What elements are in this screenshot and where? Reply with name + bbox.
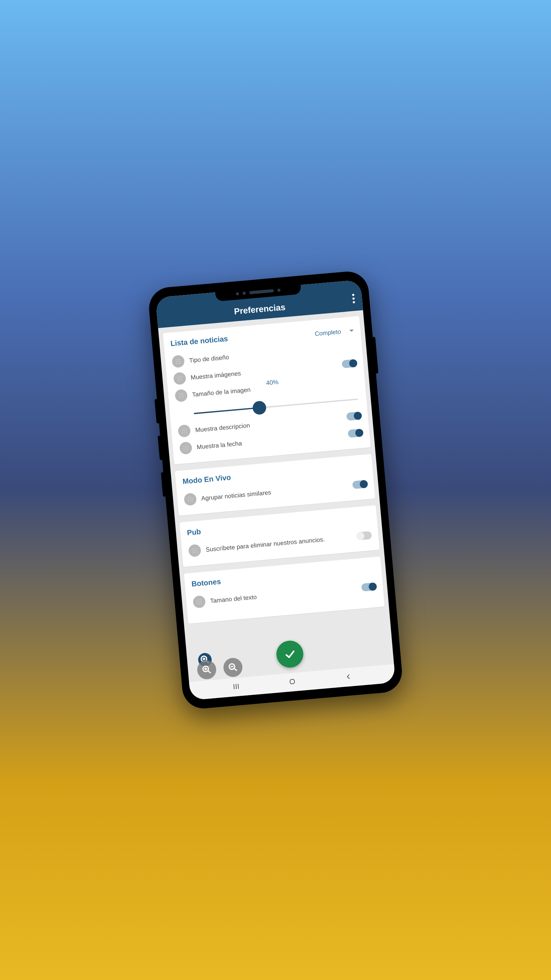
label-text-size: Tamano del texto — [210, 585, 357, 605]
screen: Preferencias Lista de noticias Tipo de d… — [156, 280, 395, 700]
svg-line-3 — [203, 659, 205, 659]
power-button[interactable] — [372, 337, 378, 374]
chevron-down-icon — [349, 329, 354, 332]
zoom-controls — [197, 657, 243, 680]
section-pub: Pub Suscríbete para eliminar nuestros an… — [179, 505, 380, 567]
image-size-percent: 40% — [266, 379, 279, 387]
section-buttons: Botones Tamano del texto — [184, 556, 385, 624]
pattern-icon — [188, 544, 202, 557]
pattern-icon — [175, 389, 188, 402]
toggle-subscribe[interactable] — [357, 531, 372, 540]
svg-rect-14 — [290, 679, 295, 684]
nav-recents-button[interactable] — [232, 682, 241, 692]
toggle-show-date[interactable] — [348, 429, 363, 438]
zoom-out-button[interactable] — [223, 657, 243, 678]
label-subscribe: Suscríbete para eliminar nuestros anunci… — [205, 533, 353, 553]
svg-line-11 — [233, 684, 234, 689]
nav-home-button[interactable] — [288, 677, 297, 687]
svg-line-12 — [236, 684, 237, 689]
svg-line-9 — [234, 668, 237, 671]
overflow-menu-button[interactable] — [352, 294, 355, 303]
phone-frame: Preferencias Lista de noticias Tipo de d… — [147, 270, 404, 710]
volume-down-button[interactable] — [158, 436, 163, 460]
pattern-icon — [192, 595, 206, 608]
section-live-mode: Modo En Vivo Agrupar noticias similares — [175, 454, 375, 515]
pattern-icon — [184, 493, 197, 506]
toggle-show-description[interactable] — [346, 411, 362, 421]
svg-line-13 — [238, 684, 238, 689]
pattern-icon — [178, 424, 191, 438]
slider-thumb[interactable] — [252, 401, 267, 415]
pattern-icon — [173, 372, 186, 385]
pattern-icon — [171, 355, 185, 368]
settings-content[interactable]: Lista de noticias Tipo de diseño Complet… — [158, 310, 394, 682]
svg-line-10 — [230, 667, 233, 667]
toggle-group-similar[interactable] — [352, 480, 367, 489]
pattern-icon — [179, 441, 192, 455]
toggle-show-images[interactable] — [341, 359, 357, 368]
slider-fill — [194, 407, 259, 414]
volume-up-button[interactable] — [154, 399, 159, 424]
nav-back-button[interactable] — [344, 672, 353, 682]
toggle-text-size[interactable] — [361, 582, 376, 592]
section-news-list: Lista de noticias Tipo de diseño Complet… — [163, 316, 371, 465]
svg-line-5 — [208, 671, 211, 673]
label-group-similar: Agrupar noticias similares — [201, 482, 348, 502]
page-title: Preferencias — [233, 302, 286, 317]
side-button[interactable] — [161, 472, 166, 497]
